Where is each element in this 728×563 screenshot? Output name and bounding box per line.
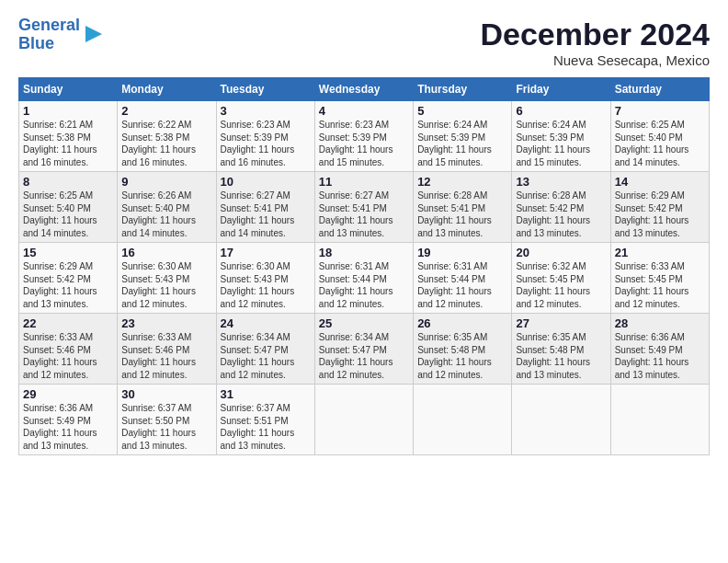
day-number: 4	[319, 104, 409, 118]
calendar-header-wednesday: Wednesday	[314, 78, 413, 101]
day-number: 31	[221, 387, 311, 401]
calendar-cell: 15Sunrise: 6:29 AMSunset: 5:42 PMDayligh…	[19, 243, 118, 314]
day-number: 23	[121, 316, 211, 330]
day-number: 12	[417, 175, 507, 189]
day-number: 14	[615, 175, 705, 189]
day-info: Sunrise: 6:24 AMSunset: 5:39 PMDaylight:…	[516, 119, 606, 168]
day-info: Sunrise: 6:36 AMSunset: 5:49 PMDaylight:…	[23, 402, 113, 452]
logo-blue: Blue	[18, 34, 54, 52]
day-info: Sunrise: 6:23 AMSunset: 5:39 PMDaylight:…	[319, 119, 409, 168]
calendar-header-tuesday: Tuesday	[216, 78, 314, 101]
calendar-cell: 12Sunrise: 6:28 AMSunset: 5:41 PMDayligh…	[414, 172, 512, 243]
day-number: 10	[221, 175, 311, 189]
day-info: Sunrise: 6:35 AMSunset: 5:48 PMDaylight:…	[417, 331, 507, 381]
calendar-week-5: 29Sunrise: 6:36 AMSunset: 5:49 PMDayligh…	[19, 385, 710, 455]
day-info: Sunrise: 6:37 AMSunset: 5:51 PMDaylight:…	[221, 402, 311, 452]
calendar-cell: 28Sunrise: 6:36 AMSunset: 5:49 PMDayligh…	[610, 314, 709, 385]
calendar-cell: 4Sunrise: 6:23 AMSunset: 5:39 PMDaylight…	[314, 101, 413, 172]
day-number: 29	[23, 387, 113, 401]
day-info: Sunrise: 6:31 AMSunset: 5:44 PMDaylight:…	[319, 260, 409, 310]
logo-general: General	[18, 16, 80, 34]
day-number: 11	[319, 175, 409, 189]
day-number: 19	[417, 246, 507, 259]
calendar-cell: 14Sunrise: 6:29 AMSunset: 5:42 PMDayligh…	[610, 172, 709, 243]
logo-arrow-icon	[84, 24, 104, 44]
day-info: Sunrise: 6:32 AMSunset: 5:45 PMDaylight:…	[516, 260, 606, 310]
calendar-cell	[512, 385, 610, 455]
day-number: 30	[121, 387, 211, 401]
calendar-table: SundayMondayTuesdayWednesdayThursdayFrid…	[18, 77, 710, 455]
day-number: 9	[121, 175, 211, 189]
day-info: Sunrise: 6:25 AMSunset: 5:40 PMDaylight:…	[615, 119, 705, 168]
day-number: 24	[221, 316, 311, 330]
calendar-header-sunday: Sunday	[19, 78, 118, 101]
day-info: Sunrise: 6:34 AMSunset: 5:47 PMDaylight:…	[319, 331, 409, 381]
calendar-cell: 7Sunrise: 6:25 AMSunset: 5:40 PMDaylight…	[610, 101, 709, 172]
calendar-header-monday: Monday	[118, 78, 216, 101]
day-info: Sunrise: 6:27 AMSunset: 5:41 PMDaylight:…	[221, 190, 311, 239]
logo: General Blue	[18, 17, 104, 53]
day-info: Sunrise: 6:33 AMSunset: 5:46 PMDaylight:…	[23, 331, 113, 381]
day-info: Sunrise: 6:30 AMSunset: 5:43 PMDaylight:…	[221, 260, 311, 310]
calendar-header-row: SundayMondayTuesdayWednesdayThursdayFrid…	[19, 78, 710, 101]
day-info: Sunrise: 6:29 AMSunset: 5:42 PMDaylight:…	[23, 260, 113, 310]
day-number: 2	[121, 104, 211, 118]
day-info: Sunrise: 6:34 AMSunset: 5:47 PMDaylight:…	[221, 331, 311, 381]
day-number: 8	[23, 175, 113, 189]
calendar-cell: 20Sunrise: 6:32 AMSunset: 5:45 PMDayligh…	[512, 243, 610, 314]
calendar-header-thursday: Thursday	[414, 78, 512, 101]
calendar-cell: 26Sunrise: 6:35 AMSunset: 5:48 PMDayligh…	[414, 314, 512, 385]
calendar-cell: 30Sunrise: 6:37 AMSunset: 5:50 PMDayligh…	[118, 385, 216, 455]
day-info: Sunrise: 6:24 AMSunset: 5:39 PMDaylight:…	[417, 119, 507, 168]
calendar-cell: 23Sunrise: 6:33 AMSunset: 5:46 PMDayligh…	[118, 314, 216, 385]
svg-marker-0	[85, 26, 102, 42]
calendar-week-2: 8Sunrise: 6:25 AMSunset: 5:40 PMDaylight…	[19, 172, 710, 243]
calendar-cell	[610, 385, 709, 455]
calendar-cell: 6Sunrise: 6:24 AMSunset: 5:39 PMDaylight…	[512, 101, 610, 172]
day-number: 25	[319, 316, 409, 330]
calendar-cell	[414, 385, 512, 455]
day-number: 15	[23, 246, 113, 259]
calendar-cell: 13Sunrise: 6:28 AMSunset: 5:42 PMDayligh…	[512, 172, 610, 243]
calendar-cell: 1Sunrise: 6:21 AMSunset: 5:38 PMDaylight…	[19, 101, 118, 172]
day-info: Sunrise: 6:26 AMSunset: 5:40 PMDaylight:…	[121, 190, 211, 239]
day-number: 18	[319, 246, 409, 259]
day-number: 20	[516, 246, 606, 259]
page: General Blue December 2024 Nueva Sesecap…	[0, 0, 728, 563]
day-number: 3	[221, 104, 311, 118]
calendar-cell: 2Sunrise: 6:22 AMSunset: 5:38 PMDaylight…	[118, 101, 216, 172]
day-info: Sunrise: 6:27 AMSunset: 5:41 PMDaylight:…	[319, 190, 409, 239]
day-info: Sunrise: 6:23 AMSunset: 5:39 PMDaylight:…	[221, 119, 311, 168]
calendar-week-1: 1Sunrise: 6:21 AMSunset: 5:38 PMDaylight…	[19, 101, 710, 172]
calendar-header-friday: Friday	[512, 78, 610, 101]
day-number: 27	[516, 316, 606, 330]
day-info: Sunrise: 6:25 AMSunset: 5:40 PMDaylight:…	[23, 190, 113, 239]
calendar-cell: 10Sunrise: 6:27 AMSunset: 5:41 PMDayligh…	[216, 172, 314, 243]
calendar-cell: 9Sunrise: 6:26 AMSunset: 5:40 PMDaylight…	[118, 172, 216, 243]
day-number: 26	[417, 316, 507, 330]
day-number: 5	[417, 104, 507, 118]
subtitle: Nueva Sesecapa, Mexico	[480, 52, 710, 68]
day-number: 13	[516, 175, 606, 189]
calendar-week-3: 15Sunrise: 6:29 AMSunset: 5:42 PMDayligh…	[19, 243, 710, 314]
logo-text: General Blue	[18, 17, 80, 53]
calendar-header-saturday: Saturday	[610, 78, 709, 101]
header: General Blue December 2024 Nueva Sesecap…	[18, 17, 710, 68]
calendar-cell: 16Sunrise: 6:30 AMSunset: 5:43 PMDayligh…	[118, 243, 216, 314]
day-number: 6	[516, 104, 606, 118]
calendar-cell: 5Sunrise: 6:24 AMSunset: 5:39 PMDaylight…	[414, 101, 512, 172]
calendar-cell: 3Sunrise: 6:23 AMSunset: 5:39 PMDaylight…	[216, 101, 314, 172]
day-info: Sunrise: 6:31 AMSunset: 5:44 PMDaylight:…	[417, 260, 507, 310]
calendar-cell: 31Sunrise: 6:37 AMSunset: 5:51 PMDayligh…	[216, 385, 314, 455]
calendar-cell: 17Sunrise: 6:30 AMSunset: 5:43 PMDayligh…	[216, 243, 314, 314]
calendar-cell	[314, 385, 413, 455]
calendar-cell: 19Sunrise: 6:31 AMSunset: 5:44 PMDayligh…	[414, 243, 512, 314]
day-number: 22	[23, 316, 113, 330]
day-info: Sunrise: 6:33 AMSunset: 5:46 PMDaylight:…	[121, 331, 211, 381]
main-title: December 2024	[480, 17, 710, 52]
calendar-cell: 21Sunrise: 6:33 AMSunset: 5:45 PMDayligh…	[610, 243, 709, 314]
day-number: 1	[23, 104, 113, 118]
calendar-cell: 25Sunrise: 6:34 AMSunset: 5:47 PMDayligh…	[314, 314, 413, 385]
day-info: Sunrise: 6:22 AMSunset: 5:38 PMDaylight:…	[121, 119, 211, 168]
calendar-cell: 11Sunrise: 6:27 AMSunset: 5:41 PMDayligh…	[314, 172, 413, 243]
